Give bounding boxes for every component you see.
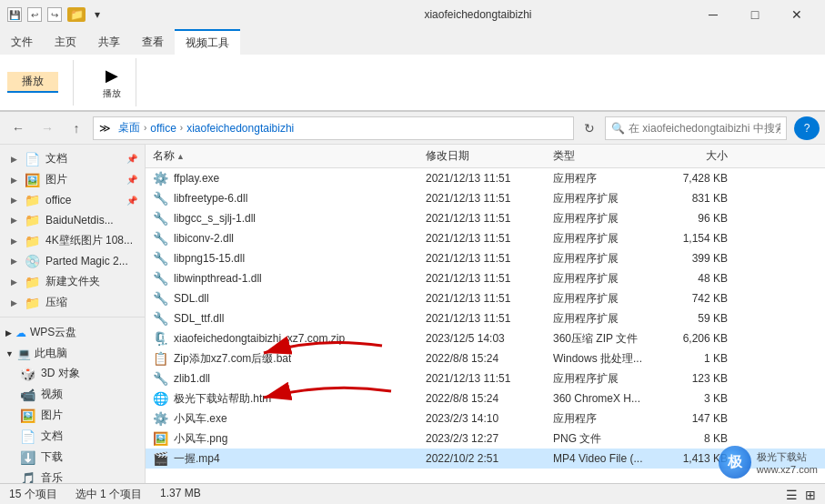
table-row[interactable]: 🌐 极光下载站帮助.htm 2022/8/8 15:24 360 ChromeX… <box>146 388 825 408</box>
file-size-cell: 147 KB <box>659 408 731 428</box>
sidebar-item-documents[interactable]: ▶ 📄 文档 📌 <box>0 148 145 169</box>
titlebar-left: 💾 ↩ ↪ 📁 ▾ <box>7 7 100 22</box>
col-header-name[interactable]: 名称 ▲ <box>149 145 422 167</box>
search-input[interactable] <box>629 122 780 135</box>
sidebar-group-thispc[interactable]: ▼ 💻 此电脑 <box>0 342 145 363</box>
wps-cloud-icon: ☁ <box>15 327 26 339</box>
file-type-icon: 🔧 <box>153 211 168 226</box>
wps-expand-icon: ▶ <box>5 328 12 338</box>
file-type-cell: 应用程序扩展 <box>549 208 659 228</box>
breadcrumb-bar[interactable]: ≫ 桌面 › office › xiaofeichedongtaibizhi <box>93 116 574 140</box>
tab-videotool[interactable]: 视频工具 <box>175 29 240 55</box>
col-header-type[interactable]: 类型 <box>549 145 659 167</box>
sidebar-group-wps[interactable]: ▶ ☁ WPS云盘 <box>0 321 145 342</box>
table-row[interactable]: 🔧 libgcc_s_sjlj-1.dll 2021/12/13 11:51 应… <box>146 208 825 228</box>
table-row[interactable]: 🔧 libpng15-15.dll 2021/12/13 11:51 应用程序扩… <box>146 248 825 268</box>
table-row[interactable]: 🗜️ xiaofeichedongtaibizhi_xz7.com.zip 20… <box>146 328 825 348</box>
file-date-cell: 2021/12/13 11:51 <box>422 288 549 308</box>
file-date-cell: 2022/8/8 15:24 <box>422 388 549 408</box>
file-type-icon: 📋 <box>153 351 168 366</box>
breadcrumb-current[interactable]: xiaofeichedongtaibizhi <box>186 122 294 135</box>
wallpaper-icon: 📁 <box>25 234 40 248</box>
table-row[interactable]: 🔧 SDL.dll 2021/12/13 11:51 应用程序扩展 742 KB <box>146 288 825 308</box>
file-type-cell: 应用程序扩展 <box>549 188 659 208</box>
forward-button[interactable]: → <box>35 116 60 140</box>
sidebar-item-docs2[interactable]: 📄 文档 <box>0 426 145 447</box>
sidebar-item-pictures[interactable]: ▶ 🖼️ 图片 📌 <box>0 169 145 190</box>
file-date-cell: 2021/12/13 11:51 <box>422 188 549 208</box>
expand-icon-docs: ▶ <box>11 155 17 164</box>
file-date-cell: 2023/2/3 14:10 <box>422 408 549 428</box>
file-list: 名称 ▲ 修改日期 类型 大小 ⚙️ ffplay.exe 2021/12/13… <box>146 145 825 483</box>
col-header-size[interactable]: 大小 <box>659 145 731 167</box>
undo-icon[interactable]: ↩ <box>27 7 42 22</box>
expand-icon-pics: ▶ <box>11 176 17 185</box>
sidebar-item-downloads[interactable]: ⬇️ 下载 <box>0 447 145 468</box>
file-type-cell: 应用程序扩展 <box>549 288 659 308</box>
sidebar-item-partedmagic[interactable]: ▶ 💿 Parted Magic 2... <box>0 251 145 271</box>
table-row[interactable]: 📋 Zip添加xz7.com后缀.bat 2022/8/8 15:24 Wind… <box>146 348 825 368</box>
save-icon[interactable]: 💾 <box>7 7 22 22</box>
maximize-button[interactable]: □ <box>734 0 776 29</box>
file-date-cell: 2023/12/5 14:03 <box>422 328 549 348</box>
tab-file[interactable]: 文件 <box>0 29 44 55</box>
close-button[interactable]: ✕ <box>776 0 818 29</box>
refresh-button[interactable]: ↻ <box>578 116 601 140</box>
sidebar-item-photos[interactable]: 🖼️ 图片 <box>0 405 145 426</box>
list-view-icon[interactable]: ☰ <box>786 488 798 502</box>
ribbon-active-subtab[interactable]: 播放 <box>7 72 58 93</box>
file-date-cell: 2021/12/13 11:51 <box>422 248 549 268</box>
file-type-cell: MP4 Video File (... <box>549 449 659 469</box>
sidebar-item-newfolder[interactable]: ▶ 📁 新建文件夹 <box>0 271 145 292</box>
help-button[interactable]: ? <box>794 116 820 140</box>
tab-home[interactable]: 主页 <box>44 29 87 55</box>
sidebar-item-videos[interactable]: 📹 视频 <box>0 384 145 405</box>
file-type-icon: 🔧 <box>153 251 168 266</box>
watermark-text-block: 极光下载站 www.xz7.com <box>757 450 818 475</box>
table-row[interactable]: 🔧 libfreetype-6.dll 2021/12/13 11:51 应用程… <box>146 188 825 208</box>
ribbon-play-btn[interactable]: ▶ 播放 <box>96 64 128 102</box>
table-row[interactable]: 🔧 SDL_ttf.dll 2021/12/13 11:51 应用程序扩展 59… <box>146 308 825 328</box>
up-button[interactable]: ↑ <box>64 116 89 140</box>
table-row[interactable]: ⚙️ 小风车.exe 2023/2/3 14:10 应用程序 147 KB <box>146 408 825 428</box>
file-type-cell: Windows 批处理... <box>549 348 659 368</box>
file-name-text: SDL.dll <box>174 292 209 305</box>
titlebar-dropdown[interactable]: ▾ <box>95 8 100 21</box>
sidebar-item-music[interactable]: 🎵 音乐 <box>0 468 145 483</box>
tab-share[interactable]: 共享 <box>87 29 131 55</box>
file-name-cell: 🔧 libpng15-15.dll <box>149 248 422 268</box>
file-type-cell: 360压缩 ZIP 文件 <box>549 328 659 348</box>
file-name-text: libwinpthread-1.dll <box>174 272 262 285</box>
thispc-icon: 💻 <box>17 348 31 360</box>
table-row[interactable]: 🔧 libiconv-2.dll 2021/12/13 11:51 应用程序扩展… <box>146 228 825 248</box>
redo-icon[interactable]: ↪ <box>47 7 62 22</box>
breadcrumb-office[interactable]: office <box>150 122 176 135</box>
file-type-icon: ⚙️ <box>153 171 168 186</box>
compress-icon: 📁 <box>25 296 40 310</box>
office-folder-icon: 📁 <box>25 193 40 207</box>
statusbar: 15 个项目 选中 1 个项目 1.37 MB ☰ ⊞ <box>0 483 825 504</box>
grid-view-icon[interactable]: ⊞ <box>805 488 816 502</box>
back-button[interactable]: ← <box>5 116 31 140</box>
file-size-cell: 48 KB <box>659 268 731 288</box>
folder-icon[interactable]: 📁 <box>67 7 86 22</box>
table-row[interactable]: ⚙️ ffplay.exe 2021/12/13 11:51 应用程序 7,42… <box>146 168 825 188</box>
sidebar-item-wallpaper[interactable]: ▶ 📁 4K壁纸图片 108... <box>0 230 145 251</box>
sidebar-label-wallpaper: 4K壁纸图片 108... <box>45 233 137 248</box>
sidebar-item-office[interactable]: ▶ 📁 office 📌 <box>0 190 145 210</box>
table-row[interactable]: 🔧 libwinpthread-1.dll 2021/12/13 11:51 应… <box>146 268 825 288</box>
sidebar-item-compress[interactable]: ▶ 📁 压缩 <box>0 292 145 313</box>
col-header-date[interactable]: 修改日期 <box>422 145 549 167</box>
file-name-cell: 🗜️ xiaofeichedongtaibizhi_xz7.com.zip <box>149 328 422 348</box>
minimize-button[interactable]: ─ <box>692 0 734 29</box>
statusbar-left: 15 个项目 选中 1 个项目 1.37 MB <box>9 487 201 502</box>
sidebar-item-baidunet[interactable]: ▶ 📁 BaiduNetdis... <box>0 210 145 230</box>
tab-view[interactable]: 查看 <box>131 29 175 55</box>
table-row[interactable]: 🔧 zlib1.dll 2021/12/13 11:51 应用程序扩展 123 … <box>146 368 825 388</box>
file-name-text: 一握.mp4 <box>174 451 220 467</box>
file-name-text: libiconv-2.dll <box>174 232 234 245</box>
breadcrumb-desktop[interactable]: 桌面 <box>118 120 140 136</box>
file-date-cell: 2021/12/13 11:51 <box>422 368 549 388</box>
3d-icon: 🎲 <box>20 367 35 381</box>
sidebar-item-3dobjects[interactable]: 🎲 3D 对象 <box>0 363 145 384</box>
